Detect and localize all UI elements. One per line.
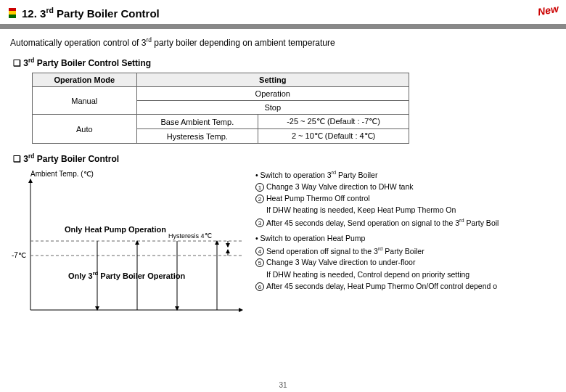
td-hyst: Hysteresis Temp. (136, 129, 258, 144)
note-1: • Switch to operation 3rd Party Boiler (255, 168, 556, 181)
divider (0, 24, 566, 29)
ylabel: Ambient Temp. (℃) (30, 170, 94, 178)
td-hyst-val: 2 ~ 10℃ (Default : 4℃) (258, 129, 409, 144)
logo-icon (9, 8, 16, 18)
diagram: Ambient Temp. (℃) Only Heat Pump Operati… (10, 168, 250, 321)
note-8: 5Change 3 Way Valve direction to under-f… (255, 256, 556, 268)
note-2: 1Change 3 Way Valve direction to DHW tan… (255, 181, 556, 192)
intro-text: Automatically operation control of 3rd p… (10, 36, 556, 48)
th-setting: Setting (136, 73, 409, 87)
zone2-label: Only 3rd Party Boiler Operation (68, 270, 185, 280)
td-base: Base Ambient Temp. (136, 115, 258, 129)
td-auto: Auto (33, 115, 137, 144)
th-mode: Operation Mode (33, 73, 137, 87)
td-manual: Manual (33, 87, 137, 115)
note-3: 2Heat Pump Thermo Off control (255, 192, 556, 204)
content: Automatically operation control of 3rd p… (0, 36, 566, 321)
note-10: 6After 45 seconds delay, Heat Pump Therm… (255, 280, 556, 292)
notes: • Switch to operation 3rd Party Boiler 1… (255, 168, 556, 321)
note-6: • Switch to operation Heat Pump (255, 232, 556, 244)
ytick: -7℃ (12, 251, 26, 259)
hyst-label: Hysteresis 4℃ (168, 232, 212, 240)
note-7: 4Send operation off signal to the 3rd Pa… (255, 245, 556, 257)
note-9: If DHW heating is needed, Control depend… (255, 269, 556, 280)
note-4: If DHW heating is needed, Keep Heat Pump… (255, 204, 556, 216)
page-number: 31 (279, 381, 287, 389)
page-title: 12. 3rd Party Boiler Control (22, 6, 160, 20)
section2-title: ❏ 3rd Party Boiler Control (13, 152, 556, 164)
header: 12. 3rd Party Boiler Control New (0, 0, 566, 23)
new-stamp: New (537, 3, 559, 18)
settings-table: Operation ModeSetting ManualOperation St… (32, 73, 409, 144)
td-base-val: -25 ~ 25℃ (Default : -7℃) (258, 115, 409, 129)
section1-title: ❏ 3rd Party Boiler Control Setting (13, 57, 556, 68)
td-operation: Operation (136, 87, 409, 101)
zone1-label: Only Heat Pump Operation (65, 225, 166, 234)
td-stop: Stop (136, 101, 409, 115)
diagram-svg (10, 168, 250, 321)
note-5: 3After 45 seconds delay, Send operation … (255, 216, 556, 229)
